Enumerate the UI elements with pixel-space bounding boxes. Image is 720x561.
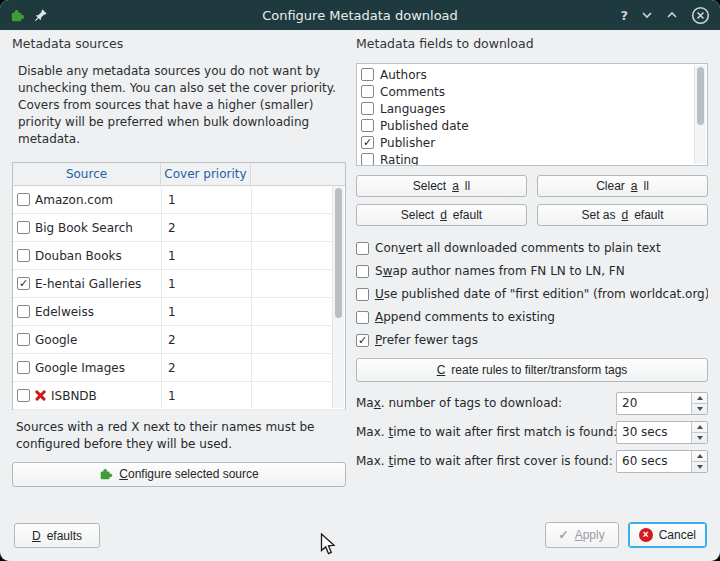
cover-priority-value[interactable]: 1 [161,389,251,403]
max-cover-wait-spinbox[interactable]: 60 secs [616,450,708,473]
field-checkbox[interactable] [361,136,374,149]
cover-priority-value[interactable]: 1 [161,193,251,207]
sources-table-scrollbar[interactable] [332,186,344,408]
field-checkbox[interactable] [361,153,374,166]
column-header-cover-priority[interactable]: Cover priority [161,163,251,185]
option-checkbox[interactable] [356,334,369,347]
list-item[interactable]: Authors [357,66,707,83]
configure-metadata-dialog: Configure Metadata download ? Metadata s… [0,0,720,561]
option-label: Use published date of "first edition" (f… [375,287,708,301]
option-checkbox[interactable] [356,242,369,255]
scrollbar-thumb[interactable] [697,67,704,125]
sources-table[interactable]: Source Cover priority Amazon.com 1 Big B… [12,162,346,410]
metadata-fields-group: Metadata fields to download Authors Comm… [356,36,708,473]
apply-label: Apply [575,528,605,542]
cover-priority-value[interactable]: 1 [161,249,251,263]
defaults-button[interactable]: Defaults [14,523,100,548]
option-append-comments[interactable]: Append comments to existing [356,310,708,324]
cover-priority-value[interactable]: 1 [161,277,251,291]
max-match-wait-spinbox[interactable]: 30 secs [616,421,708,444]
cover-priority-value[interactable]: 1 [161,305,251,319]
max-tags-spinbox[interactable]: 20 [616,392,708,415]
field-checkbox[interactable] [361,102,374,115]
sources-group-title: Metadata sources [12,36,346,51]
max-match-wait-label: Max. time to wait after first match is f… [356,425,616,439]
help-button[interactable]: ? [620,8,628,23]
option-swap-author-names[interactable]: Swap author names from FN LN to LN, FN [356,264,708,278]
cover-priority-value[interactable]: 2 [161,333,251,347]
pin-icon[interactable] [34,8,48,22]
cancel-label: Cancel [659,528,696,542]
column-header-source[interactable]: Source [13,163,161,185]
source-checkbox[interactable] [17,389,30,402]
source-name: Google [35,333,77,347]
table-row[interactable]: Amazon.com 1 [13,186,345,214]
option-label: Prefer fewer tags [375,333,478,347]
close-button[interactable] [691,6,710,25]
option-checkbox[interactable] [356,311,369,324]
titlebar[interactable]: Configure Metadata download ? [0,0,720,30]
spin-value[interactable]: 20 [617,393,691,414]
source-checkbox[interactable] [17,361,30,374]
table-row[interactable]: Edelweiss 1 [13,298,345,326]
list-item[interactable]: Comments [357,83,707,100]
spin-down-button[interactable] [692,461,707,472]
spin-up-button[interactable] [692,393,707,403]
table-row[interactable]: Google 2 [13,326,345,354]
scrollbar-thumb[interactable] [335,188,342,318]
fields-list[interactable]: Authors Comments Languages Published dat… [356,63,708,166]
apply-button[interactable]: ✓ Apply [545,522,619,548]
field-label: Publisher [380,136,435,150]
list-item[interactable]: Published date [357,117,707,134]
list-item[interactable]: Rating [357,151,707,166]
set-as-default-button[interactable]: Set as default [537,204,708,226]
cancel-button[interactable]: × Cancel [628,522,707,548]
select-all-button[interactable]: Select all [356,175,527,197]
option-prefer-fewer-tags[interactable]: Prefer fewer tags [356,333,708,347]
chevron-down-icon[interactable] [641,11,653,19]
configure-selected-source-button[interactable]: Configure selected source [12,462,346,487]
source-checkbox[interactable] [17,305,30,318]
spin-down-button[interactable] [692,432,707,443]
list-item[interactable]: Languages [357,100,707,117]
source-checkbox[interactable] [17,333,30,346]
spin-up-button[interactable] [692,422,707,432]
create-rules-button[interactable]: Create rules to filter/transform tags [356,358,708,382]
spin-value[interactable]: 60 secs [617,451,691,472]
plugin-icon [99,467,113,481]
max-cover-wait-row: Max. time to wait after first cover is f… [356,449,708,473]
field-checkbox[interactable] [361,119,374,132]
source-checkbox[interactable] [17,221,30,234]
spin-value[interactable]: 30 secs [617,422,691,443]
table-row[interactable]: E-hentai Galleries 1 [13,270,345,298]
source-name: Big Book Search [35,221,133,235]
max-cover-wait-label: Max. time to wait after first cover is f… [356,454,616,468]
option-convert-comments[interactable]: Convert all downloaded comments to plain… [356,241,708,255]
table-row[interactable]: ISBNDB 1 [13,382,345,410]
list-item[interactable]: Publisher [357,134,707,151]
option-checkbox[interactable] [356,288,369,301]
cover-priority-value[interactable]: 2 [161,221,251,235]
spin-down-button[interactable] [692,403,707,414]
table-row[interactable]: Big Book Search 2 [13,214,345,242]
field-label: Published date [380,119,469,133]
source-checkbox[interactable] [17,277,30,290]
table-row[interactable]: Google Images 2 [13,354,345,382]
chevron-up-icon[interactable] [666,11,678,19]
cover-priority-value[interactable]: 2 [161,361,251,375]
source-checkbox[interactable] [17,193,30,206]
field-label: Comments [380,85,445,99]
spin-up-button[interactable] [692,451,707,461]
select-default-button[interactable]: Select default [356,204,527,226]
clear-all-button[interactable]: Clear all [537,175,708,197]
field-checkbox[interactable] [361,85,374,98]
check-icon: ✓ [559,528,569,542]
table-row[interactable]: Douban Books 1 [13,242,345,270]
option-checkbox[interactable] [356,265,369,278]
field-checkbox[interactable] [361,68,374,81]
fields-list-scrollbar[interactable] [694,65,706,164]
configure-selected-source-label: Configure selected source [119,467,258,481]
plugin-app-icon [10,8,25,23]
source-checkbox[interactable] [17,249,30,262]
option-use-first-edition-date[interactable]: Use published date of "first edition" (f… [356,287,708,301]
